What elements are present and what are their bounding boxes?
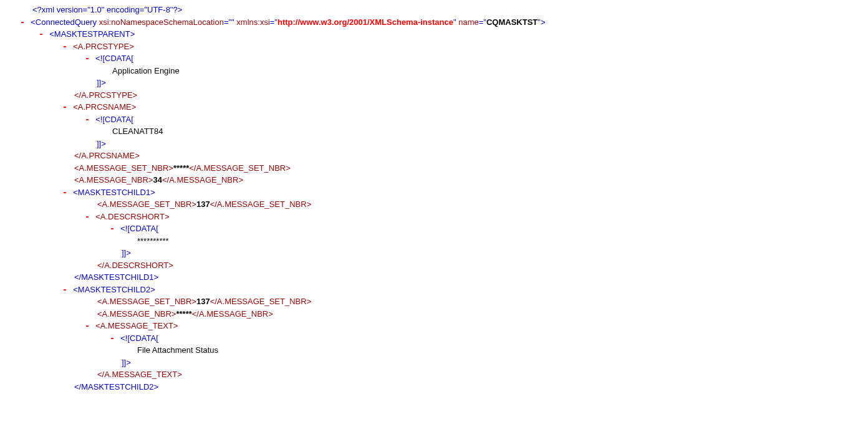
collapse-icon[interactable]: -: [19, 16, 26, 29]
cdata-open: - <![CDATA[: [0, 332, 868, 345]
masktestchild2-open: - <MASKTESTCHILD2>: [0, 284, 868, 296]
prcstype-close: </A.PRCSTYPE>: [0, 89, 868, 102]
msgtext-close: </A.MESSAGE_TEXT>: [0, 368, 868, 381]
message-set-nbr: <A.MESSAGE_SET_NBR>*****</A.MESSAGE_SET_…: [0, 162, 868, 175]
masktestchild2-close: </MASKTESTCHILD2>: [0, 381, 868, 393]
collapse-icon[interactable]: -: [84, 211, 91, 223]
root-element: - <ConnectedQuery xsi:noNamespaceSchemaL…: [0, 16, 868, 29]
child1-msgset: <A.MESSAGE_SET_NBR>137</A.MESSAGE_SET_NB…: [0, 198, 868, 211]
message-nbr: <A.MESSAGE_NBR>34</A.MESSAGE_NBR>: [0, 174, 868, 186]
collapse-icon[interactable]: -: [84, 113, 91, 126]
child2-msgset: <A.MESSAGE_SET_NBR>137</A.MESSAGE_SET_NB…: [0, 295, 868, 308]
cdata-close: ]]>: [0, 77, 868, 89]
cdata-open: - <![CDATA[: [0, 52, 868, 65]
cdata-close: ]]>: [0, 247, 868, 259]
descrshort-open: - <A.DESCRSHORT>: [0, 211, 868, 223]
collapse-icon[interactable]: -: [109, 223, 116, 235]
cdata-open: - <![CDATA[: [0, 223, 868, 235]
masktestchild1-open: - <MASKTESTCHILD1>: [0, 186, 868, 199]
masktestparent-open: - <MASKTESTPARENT>: [0, 28, 868, 41]
collapse-icon[interactable]: -: [37, 28, 45, 41]
descrshort-close: </A.DESCRSHORT>: [0, 259, 868, 272]
collapse-icon[interactable]: -: [61, 41, 69, 53]
cdata-value: **********: [0, 235, 868, 247]
collapse-icon[interactable]: -: [84, 320, 91, 332]
masktestchild1-close: </MASKTESTCHILD1>: [0, 271, 868, 284]
prcsname-open: - <A.PRCSNAME>: [0, 101, 868, 113]
collapse-icon[interactable]: -: [61, 284, 69, 296]
cdata-close: ]]>: [0, 138, 868, 150]
cdata-value: Application Engine: [0, 65, 868, 77]
collapse-icon[interactable]: -: [61, 186, 69, 199]
child2-msgnbr: <A.MESSAGE_NBR>*****</A.MESSAGE_NBR>: [0, 308, 868, 320]
cdata-value: CLEANATT84: [0, 125, 868, 138]
prcsname-close: </A.PRCSNAME>: [0, 150, 868, 162]
collapse-icon[interactable]: -: [61, 101, 69, 113]
cdata-open: - <![CDATA[: [0, 113, 868, 126]
msgtext-open: - <A.MESSAGE_TEXT>: [0, 320, 868, 332]
collapse-icon[interactable]: -: [84, 52, 91, 65]
collapse-icon[interactable]: -: [109, 332, 116, 345]
xml-declaration: <?xml version="1.0" encoding="UTF-8"?>: [0, 4, 868, 16]
cdata-value: File Attachment Status: [0, 344, 868, 357]
cdata-close: ]]>: [0, 357, 868, 369]
prcstype-open: - <A.PRCSTYPE>: [0, 41, 868, 53]
